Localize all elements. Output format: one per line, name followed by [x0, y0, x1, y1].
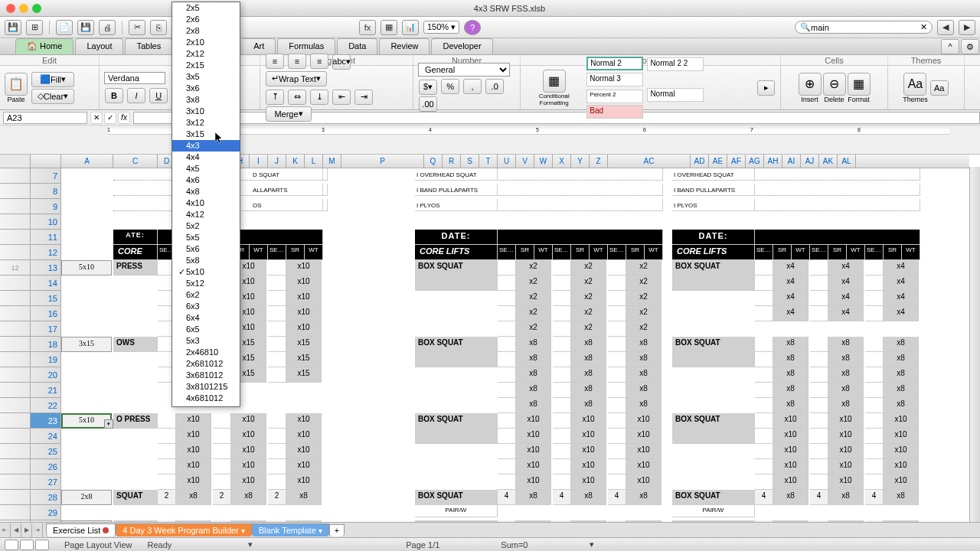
dropdown-item-3x5[interactable]: 3x5 — [172, 71, 240, 83]
themes-button[interactable]: Aa — [903, 73, 926, 96]
set-1-24-2[interactable] — [553, 429, 571, 444]
set-0-20-4[interactable] — [268, 367, 286, 383]
set-2-19-2[interactable] — [810, 352, 828, 367]
set-2-25-3[interactable]: x10 — [828, 444, 864, 459]
set-1-22-5[interactable]: x8 — [626, 398, 662, 413]
fx-button[interactable]: fx — [118, 112, 130, 124]
set-0-16-4[interactable] — [268, 306, 286, 321]
dropdown-item-2x681012[interactable]: 2x681012 — [172, 358, 240, 370]
set-0-25-5[interactable]: x10 — [286, 444, 322, 459]
col-header-C[interactable]: C — [113, 155, 158, 168]
set-0-19-4[interactable] — [268, 352, 286, 367]
set-0-25-4[interactable] — [268, 444, 286, 459]
subh-2-0[interactable]: SETS — [755, 245, 773, 260]
set-0-13-4[interactable] — [268, 260, 286, 276]
set-0-25-0[interactable] — [158, 444, 176, 459]
set-2-28-5[interactable]: x8 — [884, 490, 919, 505]
col-header-Z[interactable]: Z — [590, 155, 608, 168]
set-2-21-5[interactable]: x8 — [884, 383, 919, 398]
set-0-26-0[interactable] — [158, 459, 176, 474]
ex-2-28[interactable]: BOX SQUAT — [672, 490, 755, 505]
set-2-27-1[interactable]: x10 — [773, 474, 808, 490]
set-2-13-5[interactable]: x4 — [884, 260, 919, 276]
set-2-24-2[interactable] — [810, 429, 828, 444]
set-0-23-5[interactable]: x10 — [286, 413, 322, 429]
set-1-19-3[interactable]: x8 — [571, 352, 606, 367]
set-1-24-1[interactable]: x10 — [516, 429, 551, 444]
set-2-15-2[interactable] — [810, 291, 828, 306]
set-2-26-5[interactable]: x10 — [884, 459, 919, 474]
set-1-23-2[interactable] — [553, 413, 571, 429]
search-box[interactable]: 🔍 ✕ — [795, 21, 933, 34]
set-0-25-1[interactable]: x10 — [176, 444, 211, 459]
set-2-13-3[interactable]: x4 — [828, 260, 864, 276]
style-bad[interactable]: Bad — [586, 105, 643, 119]
tab-developer[interactable]: Developer — [431, 38, 492, 54]
set-1-26-0[interactable] — [498, 459, 516, 474]
nav-fwd-icon[interactable]: ▶ — [959, 20, 975, 35]
underline-button[interactable]: U — [149, 88, 168, 103]
dropdown-item-2x8[interactable]: 2x8 — [172, 25, 240, 37]
set-2-24-0[interactable] — [755, 429, 773, 444]
set-1-16-1[interactable]: x2 — [516, 306, 551, 321]
col-header-P[interactable]: P — [341, 155, 424, 168]
col-header-U[interactable]: U — [498, 155, 516, 168]
set-2-22-3[interactable]: x8 — [828, 398, 864, 413]
set-0-19-5[interactable]: x15 — [286, 352, 322, 367]
set-2-27-3[interactable]: x10 — [828, 474, 864, 490]
ex-2-18[interactable]: BOX SQUAT — [672, 337, 755, 367]
fx-icon[interactable]: fx — [359, 20, 376, 35]
set-0-27-1[interactable]: x10 — [176, 474, 211, 490]
set-2-19-0[interactable] — [755, 352, 773, 367]
set-0-16-5[interactable]: x10 — [286, 306, 322, 321]
sheet-nav[interactable]: ⇤◀▶⇥ — [0, 523, 43, 537]
set-1-24-5[interactable]: x10 — [626, 429, 662, 444]
set-0-28-2[interactable]: 2 — [213, 490, 231, 505]
merge-button[interactable]: Merge ▾ — [266, 106, 312, 122]
subh-1-0[interactable]: SETS — [498, 245, 516, 260]
dropdown-item-3x12[interactable]: 3x12 — [172, 117, 240, 129]
set-1-26-3[interactable]: x10 — [571, 459, 606, 474]
lbl-2-0[interactable]: I OVERHEAD SQUAT — [672, 168, 755, 181]
set-2-28-3[interactable]: x8 — [828, 490, 864, 505]
sheet-exercise-list[interactable]: Exercise List — [46, 523, 116, 536]
style-normal[interactable]: Normal — [647, 88, 704, 102]
set-2-21-1[interactable]: x8 — [773, 383, 808, 398]
cell-a13[interactable]: 5x10 — [61, 260, 112, 276]
set-1-16-5[interactable]: x2 — [626, 306, 662, 321]
col-header-AJ[interactable]: AJ — [801, 155, 819, 168]
set-2-13-4[interactable] — [865, 260, 884, 276]
search-input[interactable] — [811, 23, 920, 32]
set-1-17-4[interactable] — [608, 321, 626, 337]
ex-0-23[interactable]: O PRESS — [113, 413, 158, 429]
help-icon[interactable]: ? — [464, 20, 481, 35]
set-1-21-3[interactable]: x8 — [571, 383, 606, 398]
set-2-24-1[interactable]: x10 — [773, 429, 808, 444]
set-2-21-3[interactable]: x8 — [828, 383, 864, 398]
tab-review[interactable]: Review — [379, 38, 430, 54]
abc-button[interactable]: abc▾ — [332, 54, 351, 70]
set-2-15-5[interactable]: x4 — [884, 291, 919, 306]
set-0-28-0[interactable]: 2 — [158, 490, 176, 505]
ribbon-collapse-icon[interactable]: ^ — [941, 39, 959, 54]
set-1-19-4[interactable] — [608, 352, 626, 367]
set-2-18-3[interactable]: x8 — [828, 337, 864, 352]
row-header-13[interactable]: 1213 — [0, 260, 61, 276]
row-header-20[interactable]: 20 — [0, 367, 61, 383]
set-2-21-0[interactable] — [755, 383, 773, 398]
set-2-22-2[interactable] — [810, 398, 828, 413]
valign-top-icon[interactable]: ⤒ — [266, 90, 284, 105]
italic-button[interactable]: I — [127, 88, 145, 103]
save2-icon[interactable]: 💾 — [77, 20, 94, 35]
sheet-program-builder[interactable]: 4 Day 3 Week Program Builder▾ — [116, 523, 251, 536]
set-2-14-4[interactable] — [865, 276, 884, 291]
vertical-scrollbar[interactable] — [969, 167, 980, 522]
set-1-21-1[interactable]: x8 — [516, 383, 551, 398]
col-header-R[interactable]: R — [443, 155, 461, 168]
set-1-27-1[interactable]: x10 — [516, 474, 551, 490]
tab-formulas[interactable]: Formulas — [277, 38, 335, 54]
set-0-26-2[interactable] — [213, 459, 231, 474]
print-icon[interactable]: 🖨 — [99, 20, 116, 35]
set-0-27-0[interactable] — [158, 474, 176, 490]
pair-1[interactable]: PAIR/W — [415, 505, 498, 517]
